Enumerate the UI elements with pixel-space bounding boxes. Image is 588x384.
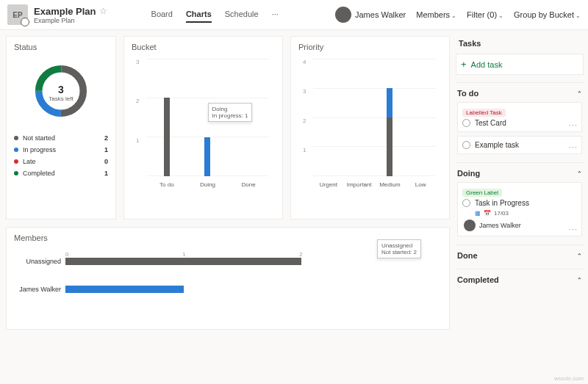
member-row: UnassignedUnassignedNot started: 2 (65, 253, 420, 270)
task-card[interactable]: Labelled TaskTest Card··· (457, 102, 582, 132)
header-right: James Walker Members⌄ Filter (0)⌄ Group … (335, 7, 581, 23)
user-name: James Walker (355, 10, 406, 19)
tasks-sidebar: Tasks + Add task To do⌃Labelled TaskTest… (456, 30, 588, 383)
task-title: Task in Progress (475, 199, 529, 207)
card-title: Status (14, 43, 108, 51)
current-user[interactable]: James Walker (335, 7, 406, 23)
bucket-chart-card: Bucket 321To doDoingDoneDoingIn progress… (123, 36, 283, 220)
legend-item: Late0 (14, 156, 108, 167)
task-card[interactable]: Green LabelTask in Progress▦📅17/03James … (457, 182, 582, 236)
members-dropdown[interactable]: Members⌄ (416, 10, 456, 19)
task-section: To do⌃Labelled TaskTest Card···Example t… (456, 82, 584, 162)
plan-subtitle: Example Plan (34, 17, 107, 24)
plan-title: Example Plan (34, 6, 96, 17)
bar-column: Medium (379, 59, 401, 176)
chevron-up-icon: ⌃ (577, 253, 582, 259)
complete-circle-icon[interactable] (462, 199, 470, 207)
more-icon[interactable]: ··· (569, 225, 578, 233)
filter-dropdown[interactable]: Filter (0)⌄ (467, 10, 503, 19)
task-card[interactable]: Example task··· (457, 136, 582, 154)
task-section: Done⌃ (456, 244, 584, 269)
bar-segment[interactable] (65, 258, 301, 265)
chevron-up-icon: ⌃ (577, 277, 582, 283)
card-title: Bucket (132, 43, 275, 51)
avatar-icon (335, 7, 351, 23)
priority-chart-card: Priority 4321UrgentImportantMediumLow (290, 36, 450, 220)
legend-item: Not started2 (14, 132, 108, 144)
more-icon[interactable]: ··· (569, 142, 578, 151)
tab-···[interactable]: ··· (272, 7, 279, 23)
task-title: Test Card (475, 119, 506, 127)
section-header[interactable]: Completed⌃ (457, 274, 582, 289)
sidebar-title: Tasks (456, 36, 584, 54)
members-bar-chart: 0123UnassignedUnassignedNot started: 2Ja… (65, 253, 420, 319)
bucket-bar-chart: 321To doDoingDoneDoingIn progress: 1 (146, 59, 269, 191)
card-title: Priority (298, 43, 442, 51)
chevron-up-icon: ⌃ (577, 170, 582, 177)
plan-badge: EP (7, 4, 28, 25)
section-header[interactable]: To do⌃ (457, 87, 582, 102)
tab-board[interactable]: Board (151, 7, 173, 23)
bar-column: Urgent (318, 59, 340, 176)
bar-segment[interactable] (164, 98, 170, 176)
task-assignee: James Walker (464, 220, 577, 231)
view-tabs: BoardChartsSchedule··· (151, 7, 279, 23)
plus-icon: + (461, 59, 467, 70)
bar-segment[interactable] (65, 286, 184, 293)
task-label: Labelled Task (462, 109, 506, 117)
priority-bar-chart: 4321UrgentImportantMediumLow (313, 59, 436, 191)
task-label: Green Label (462, 189, 502, 197)
avatar-icon (464, 220, 476, 231)
main-content: Status 3 Tasks left Not started2In progr… (0, 30, 588, 383)
task-title: Example task (475, 141, 519, 149)
bar-column: To do (156, 59, 178, 176)
calendar-icon: ▦ (475, 210, 481, 217)
complete-circle-icon[interactable] (462, 119, 470, 127)
add-task-button[interactable]: + Add task (456, 54, 584, 75)
watermark: wsxdn.com (554, 375, 584, 382)
section-header[interactable]: Done⌃ (457, 250, 582, 264)
app-header: EP Example Plan ☆ Example Plan BoardChar… (0, 0, 588, 30)
favorite-star-icon[interactable]: ☆ (99, 6, 107, 16)
bar-segment[interactable] (387, 88, 392, 117)
donut-center-value: 3 (49, 84, 73, 95)
add-task-label: Add task (471, 60, 503, 69)
bar-column: Important (348, 59, 370, 176)
plan-title-block: Example Plan ☆ Example Plan (34, 6, 107, 24)
task-section: Completed⌃ (456, 269, 584, 293)
status-chart-card: Status 3 Tasks left Not started2In progr… (6, 36, 116, 220)
status-legend: Not started2In progress1Late0Completed1 (14, 132, 108, 179)
member-row: James Walker (65, 280, 420, 298)
task-section: Doing⌃Green LabelTask in Progress▦📅17/03… (456, 162, 584, 244)
donut-center-label: Tasks left (49, 95, 73, 102)
bar-segment[interactable] (204, 137, 210, 176)
date-icon: 📅 (484, 210, 491, 217)
more-icon[interactable]: ··· (569, 120, 578, 129)
tab-schedule[interactable]: Schedule (225, 7, 259, 23)
chevron-up-icon: ⌃ (577, 90, 582, 97)
complete-circle-icon[interactable] (462, 141, 470, 149)
tab-charts[interactable]: Charts (186, 7, 212, 23)
bar-segment[interactable] (387, 117, 392, 176)
charts-area: Status 3 Tasks left Not started2In progr… (0, 30, 456, 383)
bar-column: Low (409, 59, 431, 176)
group-dropdown[interactable]: Group by Bucket⌄ (514, 10, 581, 19)
section-header[interactable]: Doing⌃ (457, 167, 582, 182)
legend-item: Completed1 (14, 167, 108, 179)
legend-item: In progress1 (14, 144, 108, 156)
members-chart-card: Members 0123UnassignedUnassignedNot star… (6, 227, 450, 330)
